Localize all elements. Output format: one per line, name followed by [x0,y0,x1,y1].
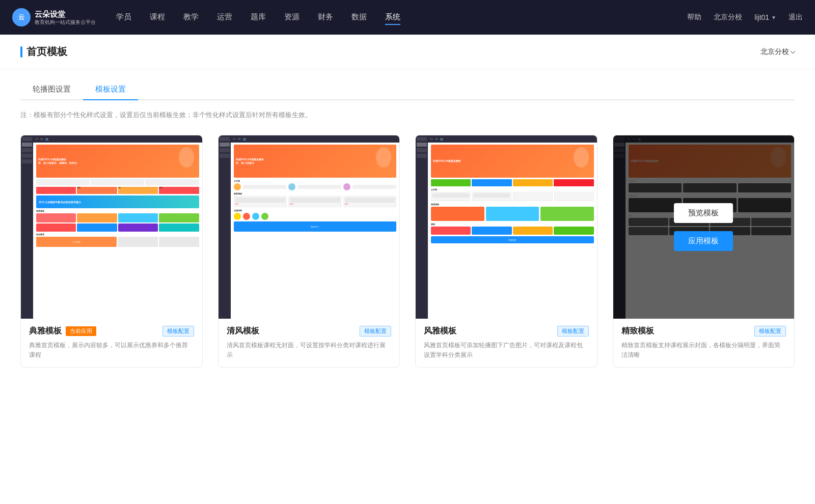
page-content: 首页模板 北京分校 轮播图设置 模板设置 注：模板有部分个性化样式设置，设置后仅… [0,35,815,504]
nav-item-resource[interactable]: 资源 [284,10,300,25]
template-card-1: 学员课程系统 托福TPO1-54真题及解析听、读 口语签名、成绩单、转学分 [20,135,203,368]
preview-button-4[interactable]: 预览模板 [674,203,733,223]
nav-item-course[interactable]: 课程 [150,10,165,25]
navbar: 云 云朵设堂 教育机构一站式服务云平台 学员 课程 教学 运营 题库 资源 财务… [0,0,815,35]
tabs-area: 轮播图设置 模板设置 [0,69,815,100]
template-info-2: 清风模板 模板配置 清风首页模板课程无封面，可设置按学科分类对课程进行展示 [219,319,400,367]
template-desc-1: 典雅首页模板，展示内容较多，可以展示优惠券和多个推荐课程 [29,341,194,360]
template-preview-2[interactable]: 学员课程系统 托福TPO1-54真题及解析听、读 口语签名 公开课 [219,135,400,319]
nav-menu: 学员 课程 教学 运营 题库 资源 财务 数据 系统 [116,10,687,25]
preview-button-1[interactable]: 预览模板 [82,203,141,223]
template-info-3: 风雅模板 模板配置 风雅首页模板可添加轮播图下广告图片，可对课程及课程包设置学科… [416,319,597,367]
template-overlay-4: 预览模板 应用模板 [613,135,795,319]
template-desc-2: 清风首页模板课程无封面，可设置按学科分类对课程进行展示 [227,341,392,360]
template-preview-1[interactable]: 学员课程系统 托福TPO1-54真题及解析听、读 口语签名、成绩单、转学分 [21,135,202,319]
apply-button-2[interactable]: 应用模板 [279,231,338,251]
badge-config-4[interactable]: 模板配置 [754,326,786,337]
template-card-4: 学员课程系统 托福TPO1-54真题及解析 公开课 [613,135,795,368]
logo-text: 云朵设堂 教育机构一站式服务云平台 [35,9,96,26]
template-preview-4[interactable]: 学员课程系统 托福TPO1-54真题及解析 公开课 [613,135,795,319]
preview-button-2[interactable]: 预览模板 [279,203,338,223]
badge-config-2[interactable]: 模板配置 [360,326,391,337]
logout-button[interactable]: 退出 [789,13,803,22]
nav-item-system[interactable]: 系统 [385,10,400,25]
nav-item-teaching[interactable]: 教学 [183,10,199,25]
template-name-4: 精致模板 [621,326,654,337]
nav-right: 帮助 北京分校 lijt01 ▼ 退出 [687,13,803,22]
template-name-row-3: 风雅模板 模板配置 [424,326,589,337]
nav-item-operation[interactable]: 运营 [217,10,232,25]
tab-carousel[interactable]: 轮播图设置 [20,79,83,100]
template-info-4: 精致模板 模板配置 精致首页模板支持课程展示封面，各模板分隔明显，界面简洁清晰 [613,319,795,367]
badge-current-1: 当前应用 [66,326,96,336]
apply-button-3[interactable]: 应用模板 [477,231,536,251]
template-name-2: 清风模板 [227,326,259,337]
logo: 云 云朵设堂 教育机构一站式服务云平台 [12,8,96,26]
nav-item-student[interactable]: 学员 [116,10,131,25]
template-name-1: 典雅模板 [29,326,62,337]
template-preview-3[interactable]: 学员课程系统 托福TPO1-54真题及解析 [416,135,597,319]
badge-config-1[interactable]: 模板配置 [162,326,194,337]
template-card-3: 学员课程系统 托福TPO1-54真题及解析 [415,135,597,368]
page-title-wrap: 首页模板 [20,45,67,59]
preview-button-3[interactable]: 预览模板 [477,203,536,223]
chevron-down-icon [791,48,796,53]
title-bar-accent [20,46,22,58]
apply-button-4[interactable]: 应用模板 [674,231,733,251]
user-menu[interactable]: lijt01 ▼ [754,13,776,21]
template-card-2: 学员课程系统 托福TPO1-54真题及解析听、读 口语签名 公开课 [218,135,400,368]
template-desc-3: 风雅首页模板可添加轮播图下广告图片，可对课程及课程包设置学科分类展示 [424,341,589,360]
branch-name[interactable]: 北京分校 [714,13,742,22]
page-title: 首页模板 [26,45,67,59]
template-name-row-4: 精致模板 模板配置 [621,326,786,337]
branch-selector[interactable]: 北京分校 [760,47,795,57]
logo-icon: 云 [12,8,31,26]
template-desc-4: 精致首页模板支持课程展示封面，各模板分隔明显，界面简洁清晰 [621,341,786,360]
tabs: 轮播图设置 模板设置 [20,79,795,100]
page-header: 首页模板 北京分校 [0,35,815,69]
nav-item-data[interactable]: 数据 [351,10,367,25]
tab-template[interactable]: 模板设置 [83,79,138,100]
template-info-1: 典雅模板 当前应用 模板配置 典雅首页模板，展示内容较多，可以展示优惠券和多个推… [21,319,202,367]
template-name-row-1: 典雅模板 当前应用 模板配置 [29,326,194,337]
template-name-3: 风雅模板 [424,326,456,337]
badge-config-3[interactable]: 模板配置 [557,326,589,337]
nav-item-bank[interactable]: 题库 [251,10,266,25]
note-text: 注：模板有部分个性化样式设置，设置后仅当前模板生效；非个性化样式设置后针对所有模… [0,100,815,125]
help-link[interactable]: 帮助 [687,13,701,22]
template-name-row-2: 清风模板 模板配置 [227,326,392,337]
nav-item-finance[interactable]: 财务 [318,10,333,25]
apply-button-1[interactable]: 应用模板 [82,231,141,251]
template-grid: 学员课程系统 托福TPO1-54真题及解析听、读 口语签名、成绩单、转学分 [0,125,815,388]
